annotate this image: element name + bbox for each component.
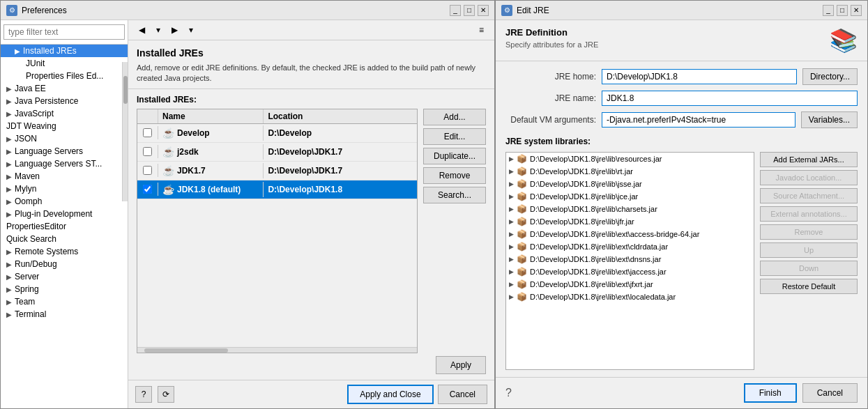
table-row[interactable]: ☕JDK1.7 D:\Develop\JDK1.7 xyxy=(137,162,417,180)
cancel-button[interactable]: Cancel xyxy=(438,385,487,404)
sidebar-item-properties-files[interactable]: Properties Files Ed... xyxy=(1,70,128,82)
lib-expand-arrow: ▶ xyxy=(509,293,514,300)
variables-button[interactable]: Variables... xyxy=(801,111,858,128)
sidebar-item-java-ee[interactable]: ▶ Java EE xyxy=(1,82,128,95)
sidebar-item-properties-editor[interactable]: PropertiesEditor xyxy=(1,220,128,233)
edit-jre-maximize-button[interactable]: □ xyxy=(837,5,848,16)
add-button[interactable]: Add... xyxy=(423,109,486,125)
tree-arrow-mylyn: ▶ xyxy=(6,185,12,193)
list-item[interactable]: ▶ 📦 D:\Develop\JDK1.8\jre\lib\resources.… xyxy=(506,153,754,165)
edit-jre-header: JRE Definition Specify attributes for a … xyxy=(496,20,867,61)
tree-arrow-java-ee: ▶ xyxy=(6,85,12,93)
list-item[interactable]: ▶ 📦 D:\Develop\JDK1.8\jre\lib\charsets.j… xyxy=(506,203,754,215)
lib-path: D:\Develop\JDK1.8\jre\lib\jce.jar xyxy=(530,192,638,201)
list-item[interactable]: ▶ 📦 D:\Develop\JDK1.8\jre\lib\ext\jacces… xyxy=(506,265,754,278)
remove-lib-button[interactable]: Remove xyxy=(760,224,858,240)
sidebar-item-maven[interactable]: ▶ Maven xyxy=(1,170,128,183)
edit-button[interactable]: Edit... xyxy=(423,128,486,145)
lib-path: D:\Develop\JDK1.8\jre\lib\ext\jfxrt.jar xyxy=(530,280,653,288)
sidebar-item-server[interactable]: ▶ Server xyxy=(1,270,128,283)
directory-button[interactable]: Directory... xyxy=(802,68,858,85)
tree-arrow-remote-systems: ▶ xyxy=(6,248,12,256)
back-button[interactable]: ◀ xyxy=(134,23,150,37)
footer-right-actions: Apply and Close Cancel xyxy=(347,385,487,404)
apply-close-button[interactable]: Apply and Close xyxy=(347,385,433,404)
minimize-button[interactable]: _ xyxy=(450,5,461,16)
list-item[interactable]: ▶ 📦 D:\Develop\JDK1.8\jre\lib\ext\locale… xyxy=(506,291,754,303)
down-button[interactable]: Down xyxy=(760,261,858,276)
sidebar-item-language-servers-st[interactable]: ▶ Language Servers ST... xyxy=(1,157,128,170)
row-location-j2sdk: D:\Develop\JDK1.7 xyxy=(264,145,417,159)
sidebar-item-json[interactable]: ▶ JSON xyxy=(1,132,128,145)
apply-button[interactable]: Apply xyxy=(436,356,486,374)
add-external-jars-button[interactable]: Add External JARs... xyxy=(760,152,858,167)
default-vm-input[interactable] xyxy=(602,112,795,128)
list-item[interactable]: ▶ 📦 D:\Develop\JDK1.8\jre\lib\jsse.jar xyxy=(506,178,754,190)
menu-button[interactable]: ≡ xyxy=(474,23,489,37)
lib-expand-arrow: ▶ xyxy=(509,180,514,187)
edit-jre-close-button[interactable]: ✕ xyxy=(851,5,862,16)
list-item[interactable]: ▶ 📦 D:\Develop\JDK1.8\jre\lib\jfr.jar xyxy=(506,215,754,228)
jre-table-scrollbar[interactable] xyxy=(137,347,417,353)
jre-name-input[interactable] xyxy=(602,91,858,106)
sidebar-item-label-server: Server xyxy=(15,272,39,281)
source-attachment-button[interactable]: Source Attachment... xyxy=(760,188,858,203)
row-checkbox-develop[interactable] xyxy=(137,126,158,139)
list-item[interactable]: ▶ 📦 D:\Develop\JDK1.8\jre\lib\ext\dnsns.… xyxy=(506,253,754,265)
edit-jre-cancel-button[interactable]: Cancel xyxy=(802,383,858,403)
javadoc-location-button[interactable]: Javadoc Location... xyxy=(760,170,858,185)
tree-arrow-java-persistence: ▶ xyxy=(6,98,12,105)
help-button[interactable]: ? xyxy=(135,386,152,403)
help-icon[interactable]: ? xyxy=(505,387,512,399)
dropdown-button[interactable]: ▾ xyxy=(151,23,165,37)
list-item[interactable]: ▶ 📦 D:\Develop\JDK1.8\jre\lib\ext\cldrda… xyxy=(506,240,754,253)
tree-arrow-server: ▶ xyxy=(6,273,12,281)
maximize-button[interactable]: □ xyxy=(464,5,475,16)
row-checkbox-j2sdk[interactable] xyxy=(137,145,158,158)
row-checkbox-jdk17[interactable] xyxy=(137,164,158,177)
remove-button[interactable]: Remove xyxy=(423,167,486,184)
sidebar-item-installed-jres[interactable]: ▶ Installed JREs xyxy=(1,45,128,57)
forward-dropdown-button[interactable]: ▾ xyxy=(184,23,198,37)
info-button[interactable]: ⟳ xyxy=(158,386,174,403)
sidebar-item-mylyn[interactable]: ▶ Mylyn xyxy=(1,183,128,195)
finish-button[interactable]: Finish xyxy=(744,383,797,403)
list-item[interactable]: ▶ 📦 D:\Develop\JDK1.8\jre\lib\jce.jar xyxy=(506,190,754,203)
sidebar-item-label-maven: Maven xyxy=(15,171,40,181)
sidebar-item-spring[interactable]: ▶ Spring xyxy=(1,283,128,295)
tree-arrow-terminal: ▶ xyxy=(6,311,12,318)
list-item[interactable]: ▶ 📦 D:\Develop\JDK1.8\jre\lib\ext\jfxrt.… xyxy=(506,278,754,291)
up-button[interactable]: Up xyxy=(760,242,858,258)
row-checkbox-jdk18[interactable] xyxy=(137,183,158,196)
jre-icon: ☕ xyxy=(162,165,174,176)
sidebar-item-team[interactable]: ▶ Team xyxy=(1,295,128,308)
table-row[interactable]: ☕j2sdk D:\Develop\JDK1.7 xyxy=(137,143,417,162)
sidebar-item-oomph[interactable]: ▶ Oomph xyxy=(1,195,128,208)
list-item[interactable]: ▶ 📦 D:\Develop\JDK1.8\jre\lib\rt.jar xyxy=(506,165,754,178)
sidebar-item-junit[interactable]: JUnit xyxy=(1,57,128,70)
list-item[interactable]: ▶ 📦 D:\Develop\JDK1.8\jre\lib\ext\access… xyxy=(506,228,754,240)
close-button[interactable]: ✕ xyxy=(478,5,489,16)
sidebar-item-quick-search[interactable]: Quick Search xyxy=(1,233,128,245)
default-vm-row: Default VM arguments: Variables... xyxy=(505,111,858,128)
table-row[interactable]: ☕JDK1.8 (default) D:\Develop\JDK1.8 xyxy=(137,180,417,199)
edit-jre-window: ⚙ Edit JRE _ □ ✕ JRE Definition Specify … xyxy=(495,0,868,409)
duplicate-button[interactable]: Duplicate... xyxy=(423,148,486,164)
sidebar-scrollbar[interactable] xyxy=(122,62,128,201)
edit-jre-minimize-button[interactable]: _ xyxy=(823,5,834,16)
sidebar-item-run-debug[interactable]: ▶ Run/Debug xyxy=(1,258,128,270)
sidebar-item-terminal[interactable]: ▶ Terminal xyxy=(1,308,128,321)
search-button[interactable]: Search... xyxy=(423,187,486,203)
filter-input[interactable] xyxy=(3,24,125,40)
sidebar-item-language-servers[interactable]: ▶ Language Servers xyxy=(1,145,128,157)
table-row[interactable]: ☕Develop D:\Develop xyxy=(137,124,417,143)
sidebar-item-plug-in-development[interactable]: ▶ Plug-in Development xyxy=(1,208,128,220)
external-annotations-button[interactable]: External annotations... xyxy=(760,206,858,222)
sidebar-item-java-persistence[interactable]: ▶ Java Persistence xyxy=(1,95,128,107)
sidebar-item-remote-systems[interactable]: ▶ Remote Systems xyxy=(1,245,128,258)
sidebar-item-jdt-weaving[interactable]: JDT Weaving xyxy=(1,120,128,132)
forward-button[interactable]: ▶ xyxy=(167,23,183,37)
jre-home-input[interactable] xyxy=(602,69,797,84)
restore-default-button[interactable]: Restore Default xyxy=(760,279,858,294)
sidebar-item-javascript[interactable]: ▶ JavaScript xyxy=(1,107,128,120)
